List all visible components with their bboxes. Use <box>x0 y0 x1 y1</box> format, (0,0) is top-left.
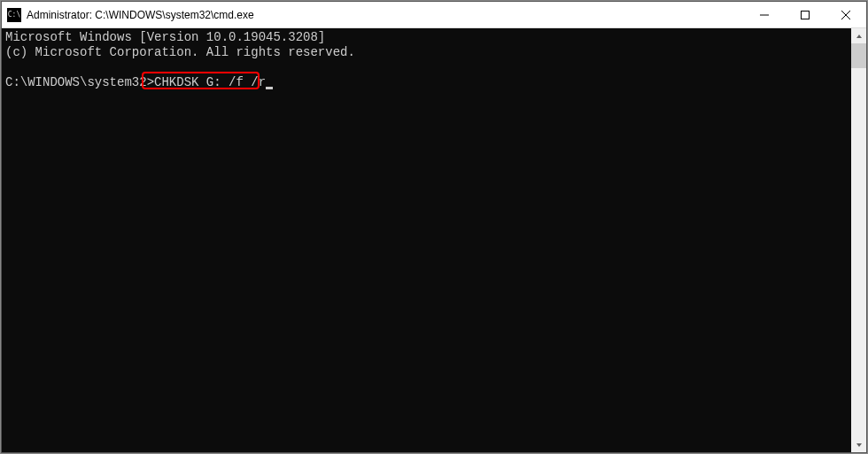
terminal[interactable]: Microsoft Windows [Version 10.0.19045.32… <box>2 28 851 452</box>
maximize-icon <box>801 11 810 19</box>
terminal-prompt: C:\WINDOWS\system32> <box>5 75 154 89</box>
scroll-track[interactable] <box>851 43 866 437</box>
app-icon: C:\ <box>7 8 21 22</box>
window-controls <box>744 2 866 27</box>
scroll-up-button[interactable] <box>851 28 866 43</box>
svg-marker-4 <box>856 35 862 38</box>
window-title: Administrator: C:\WINDOWS\system32\cmd.e… <box>27 9 744 21</box>
app-icon-glyph: C:\ <box>8 12 20 19</box>
chevron-up-icon <box>856 33 863 40</box>
svg-marker-5 <box>856 443 862 447</box>
titlebar[interactable]: C:\ Administrator: C:\WINDOWS\system32\c… <box>2 2 866 28</box>
terminal-line-copyright: (c) Microsoft Corporation. All rights re… <box>5 45 355 59</box>
terminal-area: Microsoft Windows [Version 10.0.19045.32… <box>2 28 866 452</box>
minimize-icon <box>760 11 769 19</box>
terminal-cursor <box>266 87 273 89</box>
svg-rect-1 <box>802 11 810 19</box>
terminal-command: CHKDSK G: /f /r <box>154 75 266 89</box>
terminal-line-version: Microsoft Windows [Version 10.0.19045.32… <box>5 30 325 44</box>
scroll-thumb[interactable] <box>851 43 866 68</box>
maximize-button[interactable] <box>785 2 825 27</box>
scroll-down-button[interactable] <box>851 437 866 452</box>
close-button[interactable] <box>825 2 866 27</box>
minimize-button[interactable] <box>744 2 785 27</box>
cmd-window: C:\ Administrator: C:\WINDOWS\system32\c… <box>1 1 867 453</box>
close-icon <box>841 11 850 19</box>
chevron-down-icon <box>856 442 863 449</box>
vertical-scrollbar[interactable] <box>851 28 866 452</box>
